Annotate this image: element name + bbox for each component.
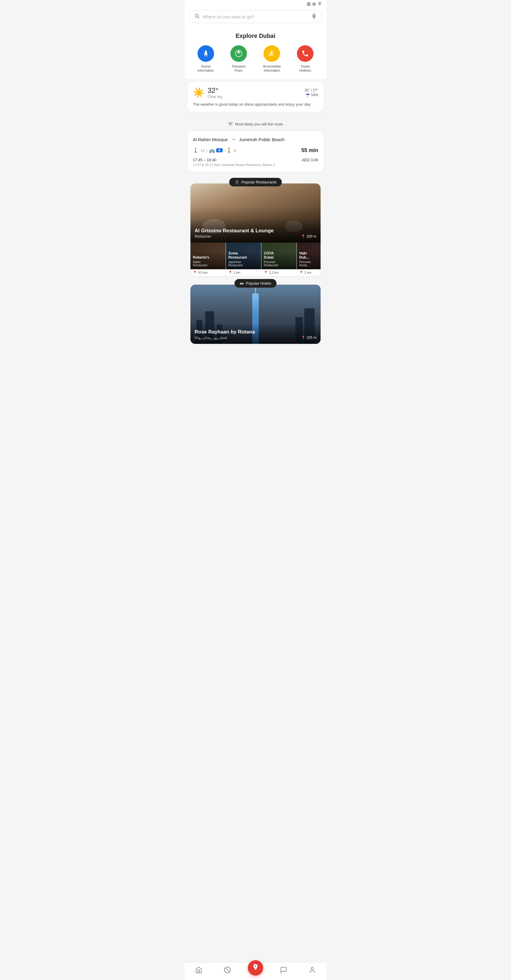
- microphone-icon[interactable]: [311, 13, 317, 20]
- hotels-card[interactable]: Rose Rayhaan by Rotana فندق روز ريحان رو…: [190, 285, 321, 344]
- route-cost: AED 3.00: [302, 158, 318, 162]
- weather-message: The weather is good today so dress appro…: [193, 102, 318, 107]
- signal-square-icon: [307, 2, 311, 6]
- pin-icon-s3: 📍: [264, 271, 268, 275]
- main-restaurant-image: Al Grissino Restaurant & Lounge Restaura…: [190, 183, 321, 243]
- bed-icon: 🛏: [240, 281, 244, 286]
- sub-rest-2-dist: 📍 1 km: [226, 269, 261, 276]
- route-card[interactable]: Al Rahim Mosque → Jumeirah Public Beach …: [187, 131, 324, 172]
- main-hotel-info-wrap: Rose Rayhaan by Rotana فندق روز ريحان رو…: [195, 329, 316, 340]
- route-time-range: 17:45 – 18:40: [193, 158, 275, 162]
- route-header: ✂️ Most likely you will the route: [184, 122, 327, 126]
- route-details: 17:45 – 18:40 17:57 & 18:17 from Jumeira…: [193, 158, 318, 167]
- accessibility-label: AccessibilityInformation: [263, 64, 281, 73]
- route-station-info: 17:57 & 18:17 from Jumeirah Beach Reside…: [193, 163, 275, 167]
- route-icon: ✂️: [228, 122, 233, 126]
- category-accessibility[interactable]: AccessibilityInformation: [263, 45, 281, 73]
- route-header-text: Most likely you will the route: [235, 122, 283, 126]
- explore-section: Explore Dubai TouristInformation: [184, 28, 327, 79]
- main-hotel-distance: 📍 205 m: [301, 336, 316, 340]
- route-arrow-icon: →: [231, 137, 236, 143]
- search-icon: [194, 13, 200, 20]
- fork-knife-icon: 🍴: [235, 180, 239, 185]
- sub-rest-4-type: PeruvianResta...: [299, 260, 321, 267]
- chevron1-icon: ›: [206, 148, 208, 153]
- restaurants-card[interactable]: Al Grissino Restaurant & Lounge Restaura…: [190, 183, 321, 276]
- search-input-wrap[interactable]: Where do you want to go?: [189, 10, 322, 23]
- weather-sun-icon: ☀️: [193, 87, 205, 98]
- main-hotel-name: Rose Rayhaan by Rotana: [195, 329, 255, 335]
- restaurants-badge-wrap: 🍴 Popular Restaurants: [187, 178, 324, 186]
- route-from-to: Al Rahim Mosque → Jumeirah Public Beach: [193, 137, 318, 143]
- walk-count-end: 6: [234, 148, 236, 153]
- sub-rest-2-name: ZumaRestaurant: [228, 251, 259, 260]
- search-placeholder: Where do you want to go?: [203, 14, 308, 19]
- pin-icon-hotel: 📍: [301, 336, 305, 340]
- svg-line-1: [198, 17, 199, 18]
- category-grid: TouristInformation TransportFines: [189, 45, 322, 73]
- accessibility-icon: [263, 45, 280, 62]
- sub-rest-4-name: HakiDub...: [299, 251, 321, 260]
- weather-humidity: ☂️ 54%: [305, 93, 318, 97]
- restaurants-badge: 🍴 Popular Restaurants: [229, 178, 282, 186]
- route-duration: 55 min: [302, 147, 318, 154]
- hotels-badge-wrap: 🛏 Popular Hotels: [187, 279, 324, 288]
- hotels-badge: 🛏 Popular Hotels: [235, 279, 276, 288]
- svg-point-9: [269, 53, 272, 56]
- hotlines-label: DubaiHotlines: [300, 64, 311, 73]
- signal-dot-icon: [312, 2, 316, 6]
- sub-rest-4-dist: 📍 2 km: [297, 269, 321, 276]
- sub-rest-2-image: ZumaRestaurant JapaneseRestaurant: [226, 243, 261, 269]
- hotels-badge-label: Popular Hotels: [246, 281, 271, 286]
- pin-icon-s4: 📍: [299, 271, 303, 275]
- main-restaurant-distance: 📍 200 m: [301, 234, 316, 239]
- sub-restaurant-1[interactable]: Roberto's ItalianRestaurant 📍 0,5 km: [190, 243, 226, 276]
- category-tourist[interactable]: TouristInformation: [198, 45, 214, 73]
- search-bar: Where do you want to go?: [184, 7, 327, 28]
- sub-rest-3-name: COYADubai: [264, 251, 294, 260]
- sub-rest-4-image: HakiDub... PeruvianResta...: [297, 243, 321, 269]
- category-transport[interactable]: TransportFines: [230, 45, 247, 73]
- weather-range: 32° / 27°: [305, 88, 318, 92]
- sub-rest-1-image: Roberto's ItalianRestaurant: [190, 243, 225, 269]
- transport-label: TransportFines: [232, 64, 246, 73]
- sub-rest-3-image: COYADubai PeruvianRestaurant: [262, 243, 297, 269]
- main-restaurant-name: Al Grissino Restaurant & Lounge: [195, 228, 273, 234]
- sub-rest-3-type: PeruvianRestaurant: [264, 260, 294, 267]
- pin-icon-s2: 📍: [228, 271, 232, 275]
- sub-rest-1-type: ItalianRestaurant: [193, 260, 223, 267]
- sub-rest-2-type: JapaneseRestaurant: [228, 260, 259, 267]
- main-hotel-image: Rose Rayhaan by Rotana فندق روز ريحان رو…: [190, 285, 321, 344]
- weather-card: ☀️ 32° Clear sky 32° / 27° ☂️ 54%: [187, 82, 324, 112]
- bus-line-badge: 8: [216, 148, 223, 153]
- main-hotel-name-arabic: فندق روز ريحان روتانا: [195, 336, 255, 340]
- weather-temperature: 32°: [208, 86, 222, 95]
- transport-icon: [230, 45, 247, 62]
- restaurants-badge-label: Popular Restaurants: [241, 180, 277, 185]
- sub-rest-3-dist: 📍 1,2 km: [262, 269, 297, 276]
- signal-triangle-icon: [317, 2, 322, 6]
- main-hotel-info: Rose Rayhaan by Rotana فندق روز ريحان رو…: [195, 329, 255, 340]
- weather-description: Clear sky: [208, 95, 222, 99]
- category-hotlines[interactable]: DubaiHotlines: [297, 45, 313, 73]
- route-modes: 🚶 12 › 🚌 8 › 🚶 6 55 min: [193, 147, 318, 154]
- weather-section: These cards provide basic information fo…: [184, 82, 327, 112]
- restaurants-section: Popular Places card suggests what famous…: [184, 178, 327, 344]
- route-header-section: ✂️ Most likely you will the route: [184, 118, 327, 131]
- pin-icon-s1: 📍: [193, 271, 197, 275]
- svg-point-8: [271, 51, 273, 52]
- status-bar: [184, 0, 327, 7]
- bus-icon: 🚌: [209, 148, 215, 153]
- umbrella-icon: ☂️: [305, 93, 310, 97]
- main-content: Explore Dubai TouristInformation: [184, 28, 327, 371]
- sub-restaurant-4[interactable]: HakiDub... PeruvianResta... 📍 2 km: [297, 243, 321, 276]
- hotlines-icon: [297, 45, 313, 62]
- sub-restaurant-3[interactable]: COYADubai PeruvianRestaurant 📍 1,2 km: [262, 243, 297, 276]
- sub-restaurants: Roberto's ItalianRestaurant 📍 0,5 km: [190, 243, 321, 276]
- route-section: Route Prediction card shows the route th…: [184, 118, 327, 172]
- route-from: Al Rahim Mosque: [193, 137, 228, 142]
- sub-restaurant-2[interactable]: ZumaRestaurant JapaneseRestaurant 📍 1 km: [226, 243, 262, 276]
- explore-title: Explore Dubai: [189, 33, 322, 39]
- tourist-icon: [198, 45, 214, 62]
- sub-rest-1-name: Roberto's: [193, 255, 223, 259]
